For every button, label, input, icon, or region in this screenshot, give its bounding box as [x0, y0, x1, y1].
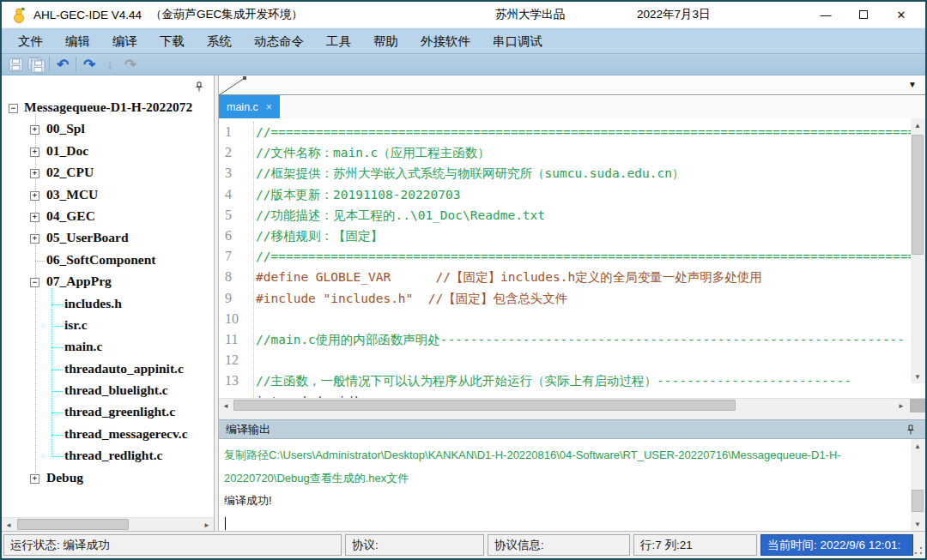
output-line: 20220720\Debug查看生成的.hex文件 [224, 467, 908, 491]
collapse-toggle-icon[interactable]: − [30, 278, 39, 287]
code-line: 1//=====================================… [219, 122, 911, 142]
scroll-down-icon[interactable]: ▼ [911, 517, 924, 531]
save-all-icon[interactable] [26, 55, 46, 74]
scroll-right-icon[interactable]: ► [894, 399, 908, 412]
scrollbar-thumb[interactable] [17, 519, 129, 530]
tree-item-thread_bluelight.c[interactable]: thread_bluelight.c [2, 381, 214, 402]
scroll-right-icon[interactable]: ► [200, 518, 214, 532]
download-icon[interactable]: ↓ [100, 55, 120, 74]
expand-toggle-icon[interactable]: + [30, 191, 39, 201]
publisher-label: 苏州大学出品 [495, 7, 565, 22]
app-title: AHL-GEC-IDE V4.44 [33, 9, 142, 21]
code-editor[interactable]: 1//=====================================… [219, 118, 925, 398]
expand-toggle-icon[interactable]: + [30, 234, 39, 244]
tree-item-threadauto_appinit.c[interactable]: threadauto_appinit.c [2, 359, 214, 381]
tree-item-label: 07_AppPrg [46, 274, 112, 289]
compile-output[interactable]: 复制路径C:\Users\Administrator\Desktop\KANKA… [219, 439, 925, 531]
redo-icon[interactable]: ↷ [79, 55, 100, 74]
scrollbar-thumb[interactable] [912, 135, 924, 255]
save-icon[interactable] [5, 55, 26, 74]
tree-item-Messagequeue-D1-H-2022072[interactable]: −Messagequeue-D1-H-2022072 [2, 98, 214, 119]
minimize-button[interactable]: — [807, 2, 845, 27]
project-tree[interactable]: −Messagequeue-D1-H-2022072+00_Spl+01_Doc… [2, 94, 214, 517]
tree-item-label: 01_Doc [46, 143, 88, 159]
tree-branch-line [52, 347, 63, 348]
tab-main-c[interactable]: main.c × [219, 95, 280, 118]
code-text: #include "includes.h" //【固定】包含总头文件 [248, 288, 567, 309]
tree-item-Debug[interactable]: +Debug [2, 468, 214, 490]
menu-item-工具[interactable]: 工具 [315, 28, 362, 54]
toolbar-separator [49, 57, 50, 72]
output-panel-header: 编译输出 [219, 419, 925, 439]
scroll-left-icon[interactable]: ◄ [2, 518, 15, 532]
menu-item-系统[interactable]: 系统 [196, 28, 243, 54]
editor-tab-bar: main.c × [219, 95, 925, 118]
menu-item-编辑[interactable]: 编辑 [54, 28, 101, 54]
tree-item-05_UserBoard[interactable]: +05_UserBoard [2, 228, 214, 250]
tree-item-label: 02_CPU [46, 165, 94, 180]
line-number: 1 [219, 122, 248, 142]
code-line: 13//主函数，一般情况下可以认为程序从此开始运行（实际上有启动过程）-----… [219, 370, 911, 391]
tree-item-06_SoftComponent[interactable]: 06_SoftComponent [2, 250, 214, 272]
expand-toggle-icon[interactable]: + [30, 213, 39, 222]
toolbar-separator [76, 57, 76, 72]
tree-item-thread_greenlight.c[interactable]: thread_greenlight.c [2, 402, 214, 424]
toolbar: ↶↷↓↷ [2, 53, 925, 75]
editor-horizontal-scrollbar[interactable]: ◄ ► [219, 398, 925, 412]
code-line: 12 [219, 350, 911, 370]
tree-item-thread_redlight.c[interactable]: thread_redlight.c [2, 446, 214, 467]
scroll-up-icon[interactable]: ▲ [911, 118, 924, 132]
tab-label: main.c [227, 101, 258, 113]
expand-toggle-icon[interactable]: + [30, 125, 39, 135]
scrollbar-thumb[interactable] [912, 490, 924, 512]
tree-item-00_Spl[interactable]: +00_Spl [2, 119, 214, 141]
expand-toggle-icon[interactable]: + [30, 474, 39, 484]
scroll-down-icon[interactable]: ▼ [911, 370, 924, 383]
help-icon[interactable]: ↷ [120, 55, 141, 74]
tree-item-01_Doc[interactable]: +01_Doc [2, 142, 214, 163]
editor-vertical-scrollbar[interactable]: ▲ ▼ [911, 118, 925, 383]
tree-branch-line [52, 370, 63, 370]
tree-item-02_CPU[interactable]: +02_CPU [2, 163, 214, 184]
tree-item-07_AppPrg[interactable]: −07_AppPrg [2, 272, 214, 293]
output-splitter[interactable] [219, 412, 925, 419]
tree-item-04_GEC[interactable]: +04_GEC [2, 207, 214, 228]
pin-icon[interactable] [906, 425, 915, 437]
status-segment-4: 行:7 列:21 [633, 534, 757, 556]
chevron-down-icon[interactable]: ▼ [908, 80, 917, 89]
expand-toggle-icon[interactable]: + [30, 148, 39, 157]
pin-icon[interactable] [195, 80, 203, 95]
menu-item-串口调试[interactable]: 串口调试 [482, 28, 554, 54]
status-segment-3: 协议信息: [488, 534, 630, 556]
collapse-toggle-icon[interactable]: − [9, 104, 18, 113]
resize-grip[interactable] [914, 546, 923, 555]
output-vertical-scrollbar[interactable]: ▲ ▼ [911, 439, 925, 531]
expand-toggle-icon[interactable]: + [30, 169, 39, 178]
menu-item-动态命令[interactable]: 动态命令 [243, 28, 315, 54]
tree-item-includes.h[interactable]: includes.h [2, 294, 214, 316]
menu-item-外接软件[interactable]: 外接软件 [409, 28, 482, 54]
maximize-button[interactable] [845, 2, 882, 27]
scroll-up-icon[interactable]: ▲ [911, 439, 924, 453]
tree-item-main.c[interactable]: main.c [2, 337, 214, 358]
undo-icon[interactable]: ↶ [52, 55, 73, 74]
app-logo-gourd-icon [12, 7, 27, 23]
menu-item-帮助[interactable]: 帮助 [362, 28, 409, 54]
scroll-left-icon[interactable]: ◄ [219, 399, 233, 412]
tab-close-icon[interactable]: × [266, 101, 272, 113]
menu-item-文件[interactable]: 文件 [7, 28, 54, 54]
tree-horizontal-scrollbar[interactable]: ◄ ► [2, 517, 214, 531]
tree-item-03_MCU[interactable]: +03_MCU [2, 185, 214, 207]
line-number: 12 [219, 350, 248, 370]
tree-item-thread_messagerecv.c[interactable]: thread_messagerecv.c [2, 425, 214, 446]
status-segment-1: 运行状态: 编译成功 [3, 534, 342, 556]
menu-item-编译[interactable]: 编译 [101, 28, 148, 54]
tree-item-isr.c[interactable]: isr.c [2, 316, 214, 337]
tree-item-label: includes.h [64, 296, 122, 311]
line-number: 6 [219, 226, 248, 246]
close-button[interactable]: ✕ [882, 2, 920, 27]
scrollbar-thumb[interactable] [233, 400, 736, 411]
tree-item-label: thread_greenlight.c [64, 404, 175, 419]
tree-item-label: Debug [46, 470, 83, 485]
menu-item-下载[interactable]: 下载 [148, 28, 196, 54]
